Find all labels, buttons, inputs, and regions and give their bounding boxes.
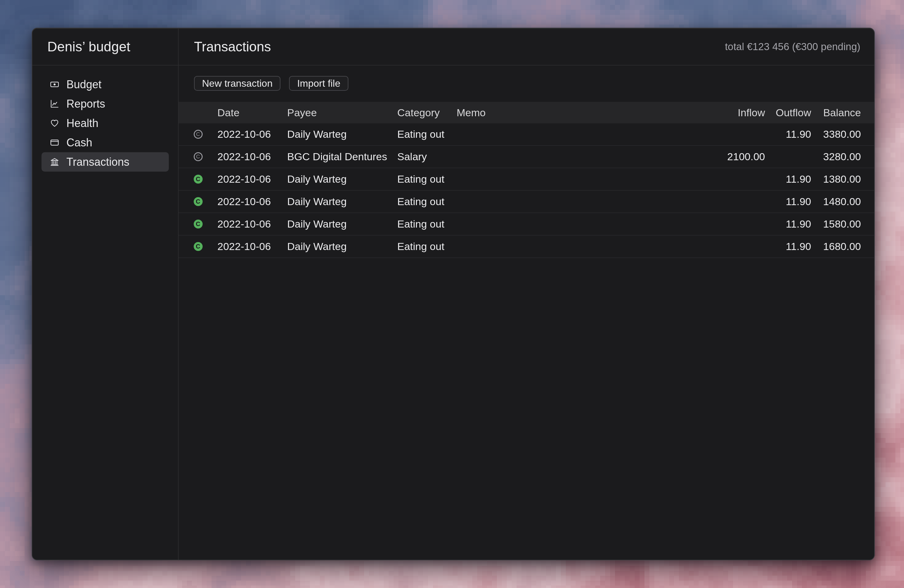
- bank-icon: [50, 157, 59, 167]
- cell-date: 2022-10-06: [217, 196, 287, 207]
- cell-date: 2022-10-06: [217, 218, 287, 230]
- banknote-icon: [50, 80, 59, 89]
- cell-balance: 1380.00: [811, 173, 861, 185]
- cell-outflow: 11.90: [765, 240, 811, 253]
- table-header-row: DatePayeeCategoryMemoInflowOutflowBalanc…: [179, 102, 874, 123]
- column-header-payee: Payee: [287, 107, 397, 119]
- chart-icon: [50, 99, 59, 109]
- sidebar-item-transactions[interactable]: Transactions: [41, 152, 169, 172]
- cell-outflow: 11.90: [765, 196, 811, 207]
- cell-category: Eating out: [397, 173, 457, 185]
- toolbar: New transaction Import file: [194, 76, 874, 91]
- column-header-inflow: Inflow: [719, 107, 765, 119]
- sidebar-item-budget[interactable]: Budget: [41, 75, 169, 94]
- page-title: Transactions: [194, 39, 271, 54]
- cell-date: 2022-10-06: [217, 240, 287, 253]
- total-summary: total €123 456 (€300 pending): [725, 41, 860, 52]
- sidebar-nav: BudgetReportsHealthCashTransactions: [32, 65, 178, 172]
- cell-balance: 1580.00: [811, 218, 861, 230]
- cell-balance: 3280.00: [811, 151, 861, 163]
- cell-payee: Daily Warteg: [287, 240, 397, 253]
- cell-balance: 3380.00: [811, 128, 861, 140]
- cell-date: 2022-10-06: [217, 151, 287, 163]
- cell-outflow: 11.90: [765, 173, 811, 185]
- cell-date: 2022-10-06: [217, 173, 287, 185]
- sidebar-item-health[interactable]: Health: [41, 114, 169, 133]
- heart-icon: [50, 119, 59, 128]
- sidebar-item-label: Cash: [66, 136, 92, 149]
- cell-category: Eating out: [397, 196, 457, 207]
- transaction-row[interactable]: C2022-10-06Daily WartegEating out11.9016…: [179, 236, 874, 258]
- cleared-status-icon: C: [194, 220, 202, 229]
- wallet-icon: [50, 138, 59, 147]
- import-file-button[interactable]: Import file: [289, 76, 348, 91]
- sidebar-item-label: Reports: [66, 98, 105, 111]
- sidebar-item-label: Budget: [66, 78, 101, 91]
- cell-payee: Daily Warteg: [287, 128, 397, 140]
- cell-payee: Daily Warteg: [287, 218, 397, 230]
- sidebar-item-label: Health: [66, 117, 98, 130]
- cell-category: Eating out: [397, 128, 457, 140]
- cleared-status-icon: C: [194, 242, 202, 251]
- app-window: Denis’ budget BudgetReportsHealthCashTra…: [32, 28, 875, 560]
- cell-balance: 1480.00: [811, 196, 861, 207]
- column-header-category: Category: [397, 107, 457, 119]
- status-cell: C: [179, 130, 217, 139]
- transaction-row[interactable]: C2022-10-06Daily WartegEating out11.9014…: [179, 191, 874, 213]
- cell-balance: 1680.00: [811, 240, 861, 253]
- status-cell: C: [179, 152, 217, 161]
- column-header-balance: Balance: [811, 107, 861, 119]
- cleared-status-icon: C: [194, 175, 202, 183]
- sidebar-item-cash[interactable]: Cash: [41, 133, 169, 152]
- cell-payee: Daily Warteg: [287, 196, 397, 207]
- main-header: Transactions total €123 456 (€300 pendin…: [179, 28, 874, 65]
- main-panel: Transactions total €123 456 (€300 pendin…: [179, 28, 874, 560]
- cleared-status-icon: C: [194, 197, 202, 206]
- new-transaction-button[interactable]: New transaction: [194, 76, 280, 91]
- transaction-row[interactable]: C2022-10-06Daily WartegEating out11.9013…: [179, 168, 874, 191]
- transaction-row[interactable]: C2022-10-06Daily WartegEating out11.9015…: [179, 213, 874, 236]
- pending-status-icon: C: [194, 152, 202, 161]
- sidebar: Denis’ budget BudgetReportsHealthCashTra…: [32, 28, 179, 560]
- transaction-row[interactable]: C2022-10-06Daily WartegEating out11.9033…: [179, 123, 874, 146]
- status-cell: C: [179, 175, 217, 183]
- sidebar-item-reports[interactable]: Reports: [41, 94, 169, 114]
- cell-category: Eating out: [397, 240, 457, 253]
- sidebar-item-label: Transactions: [66, 156, 130, 169]
- cell-outflow: 11.90: [765, 218, 811, 230]
- transactions-table: DatePayeeCategoryMemoInflowOutflowBalanc…: [179, 102, 874, 258]
- status-cell: C: [179, 197, 217, 206]
- pending-status-icon: C: [194, 130, 202, 139]
- column-header-date: Date: [217, 107, 287, 119]
- cell-category: Eating out: [397, 218, 457, 230]
- cell-payee: BGC Digital Dentures: [287, 151, 397, 163]
- column-header-memo: Memo: [457, 107, 719, 119]
- cell-inflow: 2100.00: [719, 151, 765, 163]
- transaction-row[interactable]: C2022-10-06BGC Digital DenturesSalary210…: [179, 146, 874, 168]
- cell-outflow: 11.90: [765, 128, 811, 140]
- status-cell: C: [179, 242, 217, 251]
- table-body: C2022-10-06Daily WartegEating out11.9033…: [179, 123, 874, 258]
- sidebar-header: Denis’ budget: [32, 28, 178, 65]
- column-header-outflow: Outflow: [765, 107, 811, 119]
- cell-category: Salary: [397, 151, 457, 163]
- status-cell: C: [179, 220, 217, 229]
- cell-payee: Daily Warteg: [287, 173, 397, 185]
- budget-title: Denis’ budget: [47, 39, 130, 54]
- cell-date: 2022-10-06: [217, 128, 287, 140]
